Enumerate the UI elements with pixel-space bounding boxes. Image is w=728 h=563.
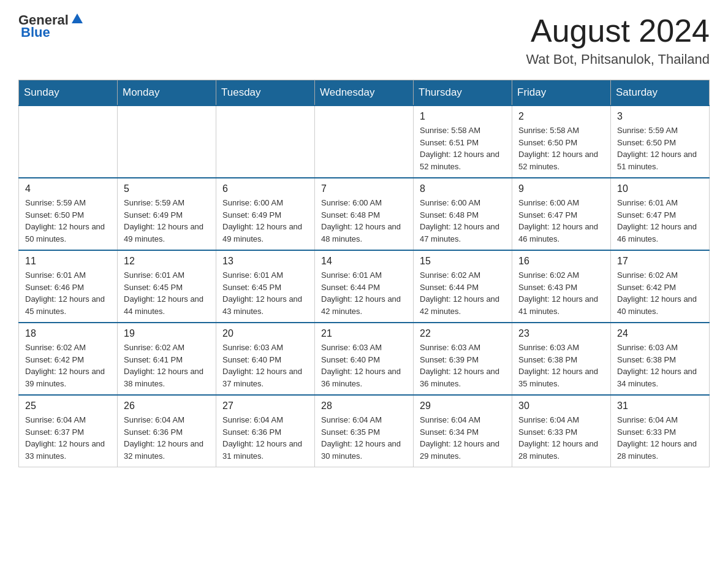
calendar-week-row: 1Sunrise: 5:58 AM Sunset: 6:51 PM Daylig… bbox=[19, 105, 710, 178]
calendar-day-header: Wednesday bbox=[315, 80, 414, 106]
calendar-cell: 8Sunrise: 6:00 AM Sunset: 6:48 PM Daylig… bbox=[414, 178, 512, 250]
calendar-cell: 5Sunrise: 5:59 AM Sunset: 6:49 PM Daylig… bbox=[118, 178, 216, 250]
day-number: 2 bbox=[518, 111, 604, 122]
day-info: Sunrise: 6:04 AM Sunset: 6:35 PM Dayligh… bbox=[321, 414, 407, 462]
calendar-cell: 19Sunrise: 6:02 AM Sunset: 6:41 PM Dayli… bbox=[118, 323, 216, 395]
day-number: 15 bbox=[420, 256, 506, 267]
calendar-table: SundayMondayTuesdayWednesdayThursdayFrid… bbox=[18, 80, 710, 467]
calendar-cell: 13Sunrise: 6:01 AM Sunset: 6:45 PM Dayli… bbox=[216, 250, 315, 323]
calendar-day-header: Tuesday bbox=[216, 80, 315, 106]
logo: General Blue bbox=[18, 12, 84, 40]
calendar-cell: 15Sunrise: 6:02 AM Sunset: 6:44 PM Dayli… bbox=[414, 250, 512, 323]
day-info: Sunrise: 6:04 AM Sunset: 6:36 PM Dayligh… bbox=[222, 414, 308, 462]
calendar-day-header: Monday bbox=[118, 80, 216, 106]
day-info: Sunrise: 6:03 AM Sunset: 6:38 PM Dayligh… bbox=[617, 342, 703, 389]
day-number: 31 bbox=[617, 400, 703, 412]
day-number: 22 bbox=[420, 328, 506, 339]
calendar-week-row: 18Sunrise: 6:02 AM Sunset: 6:42 PM Dayli… bbox=[19, 323, 710, 395]
calendar-cell: 6Sunrise: 6:00 AM Sunset: 6:49 PM Daylig… bbox=[216, 178, 315, 250]
day-number: 9 bbox=[518, 183, 604, 194]
calendar-cell: 2Sunrise: 5:58 AM Sunset: 6:50 PM Daylig… bbox=[512, 105, 611, 178]
day-number: 3 bbox=[617, 111, 703, 122]
calendar-cell: 1Sunrise: 5:58 AM Sunset: 6:51 PM Daylig… bbox=[414, 105, 512, 178]
location-title: Wat Bot, Phitsanulok, Thailand bbox=[526, 52, 710, 67]
day-info: Sunrise: 5:58 AM Sunset: 6:50 PM Dayligh… bbox=[518, 124, 604, 172]
calendar-cell bbox=[19, 105, 118, 178]
day-number: 21 bbox=[321, 328, 407, 339]
day-info: Sunrise: 6:04 AM Sunset: 6:33 PM Dayligh… bbox=[617, 414, 703, 462]
day-number: 30 bbox=[518, 400, 604, 412]
day-number: 19 bbox=[124, 328, 210, 339]
day-number: 4 bbox=[25, 183, 111, 194]
day-number: 28 bbox=[321, 400, 407, 412]
calendar-cell: 18Sunrise: 6:02 AM Sunset: 6:42 PM Dayli… bbox=[19, 323, 118, 395]
day-info: Sunrise: 5:59 AM Sunset: 6:50 PM Dayligh… bbox=[617, 124, 703, 172]
calendar-cell bbox=[216, 105, 315, 178]
calendar-cell: 7Sunrise: 6:00 AM Sunset: 6:48 PM Daylig… bbox=[315, 178, 414, 250]
day-number: 25 bbox=[25, 400, 111, 412]
day-number: 1 bbox=[420, 111, 506, 122]
calendar-cell: 22Sunrise: 6:03 AM Sunset: 6:39 PM Dayli… bbox=[414, 323, 512, 395]
calendar-cell: 12Sunrise: 6:01 AM Sunset: 6:45 PM Dayli… bbox=[118, 250, 216, 323]
day-info: Sunrise: 6:03 AM Sunset: 6:39 PM Dayligh… bbox=[420, 342, 506, 389]
calendar-cell: 26Sunrise: 6:04 AM Sunset: 6:36 PM Dayli… bbox=[118, 395, 216, 467]
day-info: Sunrise: 6:01 AM Sunset: 6:44 PM Dayligh… bbox=[321, 269, 407, 317]
calendar-cell: 23Sunrise: 6:03 AM Sunset: 6:38 PM Dayli… bbox=[512, 323, 611, 395]
month-title: August 2024 bbox=[526, 12, 710, 49]
title-section: August 2024 Wat Bot, Phitsanulok, Thaila… bbox=[526, 12, 710, 67]
calendar-cell: 4Sunrise: 5:59 AM Sunset: 6:50 PM Daylig… bbox=[19, 178, 118, 250]
calendar-cell: 27Sunrise: 6:04 AM Sunset: 6:36 PM Dayli… bbox=[216, 395, 315, 467]
logo-triangle-icon bbox=[70, 12, 84, 26]
calendar-cell: 21Sunrise: 6:03 AM Sunset: 6:40 PM Dayli… bbox=[315, 323, 414, 395]
day-number: 26 bbox=[124, 400, 210, 412]
day-info: Sunrise: 5:59 AM Sunset: 6:49 PM Dayligh… bbox=[124, 197, 210, 245]
day-info: Sunrise: 6:03 AM Sunset: 6:40 PM Dayligh… bbox=[321, 342, 407, 389]
calendar-cell: 29Sunrise: 6:04 AM Sunset: 6:34 PM Dayli… bbox=[414, 395, 512, 467]
day-info: Sunrise: 5:59 AM Sunset: 6:50 PM Dayligh… bbox=[25, 197, 111, 245]
calendar-cell bbox=[118, 105, 216, 178]
calendar-cell: 16Sunrise: 6:02 AM Sunset: 6:43 PM Dayli… bbox=[512, 250, 611, 323]
calendar-week-row: 11Sunrise: 6:01 AM Sunset: 6:46 PM Dayli… bbox=[19, 250, 710, 323]
day-number: 23 bbox=[518, 328, 604, 339]
logo-blue-text: Blue bbox=[21, 25, 50, 40]
day-number: 13 bbox=[222, 256, 308, 267]
calendar-day-header: Saturday bbox=[611, 80, 710, 106]
day-info: Sunrise: 6:01 AM Sunset: 6:46 PM Dayligh… bbox=[25, 269, 111, 317]
day-info: Sunrise: 5:58 AM Sunset: 6:51 PM Dayligh… bbox=[420, 124, 506, 172]
calendar-day-header: Friday bbox=[512, 80, 611, 106]
day-info: Sunrise: 6:04 AM Sunset: 6:33 PM Dayligh… bbox=[518, 414, 604, 462]
svg-marker-0 bbox=[72, 13, 83, 23]
calendar-cell: 17Sunrise: 6:02 AM Sunset: 6:42 PM Dayli… bbox=[611, 250, 710, 323]
day-info: Sunrise: 6:03 AM Sunset: 6:38 PM Dayligh… bbox=[518, 342, 604, 389]
calendar-week-row: 4Sunrise: 5:59 AM Sunset: 6:50 PM Daylig… bbox=[19, 178, 710, 250]
day-info: Sunrise: 6:00 AM Sunset: 6:48 PM Dayligh… bbox=[321, 197, 407, 245]
day-info: Sunrise: 6:00 AM Sunset: 6:49 PM Dayligh… bbox=[222, 197, 308, 245]
day-info: Sunrise: 6:01 AM Sunset: 6:45 PM Dayligh… bbox=[124, 269, 210, 317]
day-info: Sunrise: 6:04 AM Sunset: 6:34 PM Dayligh… bbox=[420, 414, 506, 462]
day-number: 7 bbox=[321, 183, 407, 194]
calendar-cell: 14Sunrise: 6:01 AM Sunset: 6:44 PM Dayli… bbox=[315, 250, 414, 323]
day-number: 11 bbox=[25, 256, 111, 267]
calendar-cell: 3Sunrise: 5:59 AM Sunset: 6:50 PM Daylig… bbox=[611, 105, 710, 178]
day-number: 5 bbox=[124, 183, 210, 194]
day-info: Sunrise: 6:03 AM Sunset: 6:40 PM Dayligh… bbox=[222, 342, 308, 389]
day-info: Sunrise: 6:00 AM Sunset: 6:47 PM Dayligh… bbox=[518, 197, 604, 245]
calendar-cell: 28Sunrise: 6:04 AM Sunset: 6:35 PM Dayli… bbox=[315, 395, 414, 467]
day-info: Sunrise: 6:02 AM Sunset: 6:42 PM Dayligh… bbox=[25, 342, 111, 389]
calendar-cell: 25Sunrise: 6:04 AM Sunset: 6:37 PM Dayli… bbox=[19, 395, 118, 467]
calendar-cell bbox=[315, 105, 414, 178]
calendar-cell: 20Sunrise: 6:03 AM Sunset: 6:40 PM Dayli… bbox=[216, 323, 315, 395]
day-info: Sunrise: 6:02 AM Sunset: 6:42 PM Dayligh… bbox=[617, 269, 703, 317]
calendar-cell: 11Sunrise: 6:01 AM Sunset: 6:46 PM Dayli… bbox=[19, 250, 118, 323]
calendar-header-row: SundayMondayTuesdayWednesdayThursdayFrid… bbox=[19, 80, 710, 106]
day-number: 12 bbox=[124, 256, 210, 267]
calendar-cell: 31Sunrise: 6:04 AM Sunset: 6:33 PM Dayli… bbox=[611, 395, 710, 467]
calendar-cell: 10Sunrise: 6:01 AM Sunset: 6:47 PM Dayli… bbox=[611, 178, 710, 250]
day-info: Sunrise: 6:01 AM Sunset: 6:47 PM Dayligh… bbox=[617, 197, 703, 245]
day-number: 8 bbox=[420, 183, 506, 194]
day-info: Sunrise: 6:02 AM Sunset: 6:41 PM Dayligh… bbox=[124, 342, 210, 389]
calendar-day-header: Sunday bbox=[19, 80, 118, 106]
day-info: Sunrise: 6:04 AM Sunset: 6:37 PM Dayligh… bbox=[25, 414, 111, 462]
calendar-cell: 24Sunrise: 6:03 AM Sunset: 6:38 PM Dayli… bbox=[611, 323, 710, 395]
day-number: 17 bbox=[617, 256, 703, 267]
